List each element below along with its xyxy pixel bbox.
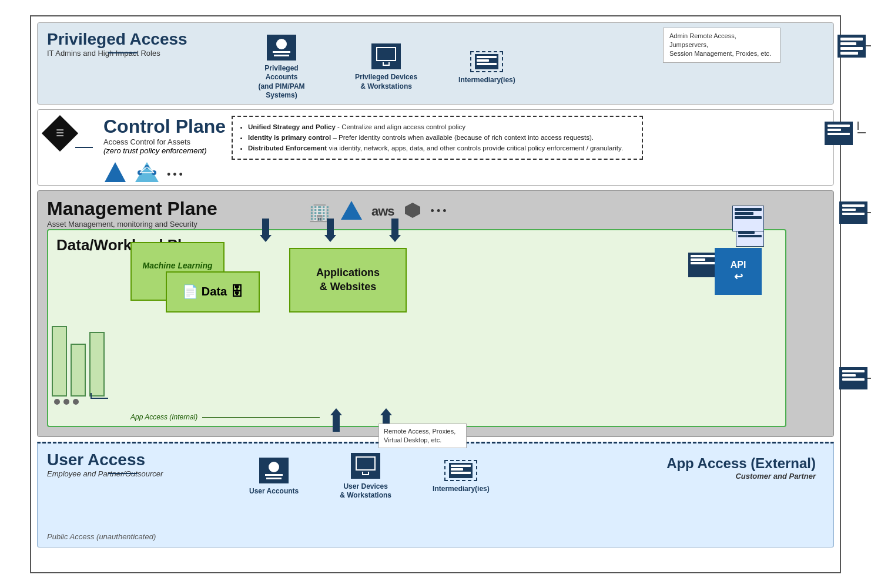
privileged-accounts-item: Privileged Accounts(and PIM/PAM Systems) (249, 35, 314, 100)
control-right-panel (825, 122, 866, 145)
azure-network-icon (134, 160, 160, 183)
user-title: User Access (47, 451, 163, 469)
bar-2 (71, 344, 86, 397)
privileged-devices-label: Privileged Devices& Workstations (355, 73, 417, 91)
aws-icon: aws (371, 204, 394, 219)
up-arrow-1 (330, 408, 342, 432)
control-subtitle: Access Control for Assets (103, 137, 226, 146)
user-items-row: User Accounts User Devices& Workstations… (249, 453, 490, 500)
app-access-external-subtitle: Customer and Partner (666, 472, 816, 481)
data-label: Data (202, 285, 227, 298)
user-subtitle: Employee and Partner/Outsourcer (47, 469, 163, 478)
control-diamond-icon: ☰ (42, 115, 78, 151)
admin-tooltip: Admin Remote Access, Jumpservers, Sessio… (663, 28, 780, 63)
main-diagram: Privileged Access IT Admins and High Imp… (30, 15, 841, 573)
left-bars-container (52, 236, 122, 408)
privileged-accounts-icon (267, 35, 296, 61)
control-italic: (zero trust policy enforcement) (103, 146, 226, 155)
user-intermediary-item: Intermediary(ies) (433, 460, 490, 493)
data-db-icon: 🗄 (230, 284, 243, 300)
azure-pyramid-icon (103, 160, 127, 183)
privileged-intermediary-label: Intermediary(ies) (458, 76, 515, 84)
bar-1 (52, 326, 67, 397)
control-arrow (75, 147, 93, 148)
privileged-devices-item: Privileged Devices& Workstations (355, 43, 417, 91)
privileged-access-section: Privileged Access IT Admins and High Imp… (37, 22, 834, 105)
user-accounts-icon (259, 458, 289, 483)
privileged-items-row: Privileged Accounts(and PIM/PAM Systems)… (249, 35, 515, 100)
policy-item-2: Identity is primary control – Prefer ide… (248, 132, 635, 143)
data-file-icon: 📄 (182, 284, 198, 300)
policy-item-3: Distributed Enforcement via identity, ne… (248, 143, 635, 153)
management-right-panel-2 (839, 367, 867, 389)
api-label: API (731, 260, 746, 270)
svg-marker-8 (341, 201, 362, 220)
management-title: Management Plane (47, 198, 217, 220)
privileged-intermediary-item: Intermediary(ies) (458, 51, 515, 84)
control-plane-section: ☰ Control Plane Access Control for Asset… (37, 109, 834, 186)
privileged-intermediary-icon (470, 51, 503, 72)
user-devices-item: User Devices& Workstations (340, 453, 391, 500)
remote-tooltip: Remote Access, Proxies,Virtual Desktop, … (378, 424, 467, 449)
privileged-right-connector (866, 45, 871, 46)
apps-screen-icon (688, 253, 718, 277)
user-access-section: User Access Employee and Partner/Outsour… (37, 442, 834, 547)
public-access-label: Public Access (unauthenticated) (47, 532, 156, 541)
bar-3 (89, 332, 105, 397)
control-dots: ••• (167, 169, 185, 183)
apps-box: Applications& Websites (289, 248, 407, 313)
user-devices-icon (351, 453, 380, 479)
management-plane-section: Management Plane Asset Management, monit… (37, 190, 834, 437)
management-right-connector-h (867, 212, 871, 213)
management-right-panel (839, 201, 867, 224)
control-left-content: Control Plane Access Control for Assets … (103, 116, 226, 183)
app-access-external-title: App Access (External) (666, 455, 816, 472)
api-box: API ↩ (715, 248, 762, 295)
management-dots: ••• (431, 205, 449, 217)
svg-marker-9 (405, 203, 420, 218)
bar-dots (54, 399, 79, 405)
control-title: Control Plane (103, 116, 226, 137)
app-access-external: App Access (External) Customer and Partn… (666, 455, 816, 481)
workload-right-screen (732, 206, 764, 231)
policy-item-1: Unified Strategy and Policy - Centralize… (248, 122, 635, 132)
user-accounts-label: User Accounts (249, 487, 299, 495)
arrow-down-2 (324, 219, 336, 242)
privileged-right-panel (838, 35, 866, 58)
arrow-down-1 (260, 219, 272, 242)
control-policy-box: Unified Strategy and Policy - Centralize… (232, 116, 643, 160)
user-intermediary-icon (444, 460, 477, 481)
mgmt-right-conn-2 (867, 378, 871, 379)
arrow-down-3 (389, 219, 401, 242)
management-subtitle: Asset Management, monitoring and Securit… (47, 220, 217, 229)
flow-arrows-container (260, 219, 401, 242)
api-icon: ↩ (734, 270, 743, 283)
user-intermediary-label: Intermediary(ies) (433, 485, 490, 493)
hexagon-icon (404, 201, 421, 221)
user-accounts-item: User Accounts (249, 458, 299, 495)
privileged-title: Privileged Access (47, 30, 187, 49)
privileged-accounts-label: Privileged Accounts(and PIM/PAM Systems) (249, 64, 314, 100)
user-devices-label: User Devices& Workstations (340, 482, 391, 500)
privileged-devices-icon (371, 43, 401, 69)
app-access-internal: App Access (Internal) (130, 413, 320, 421)
svg-marker-0 (105, 162, 126, 182)
dataworkload-section: Data/Workload Plane (47, 229, 786, 427)
apps-label: Applications& Websites (316, 266, 380, 294)
control-icons: ••• (103, 160, 226, 183)
data-box: 📄 Data 🗄 (166, 271, 260, 313)
